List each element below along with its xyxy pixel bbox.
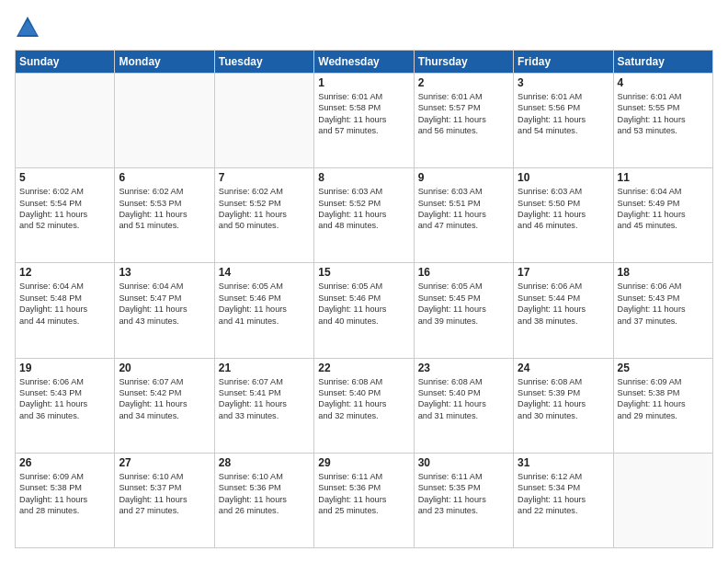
calendar-cell: 5Sunrise: 6:02 AM Sunset: 5:54 PM Daylig…: [16, 168, 115, 263]
day-info: Sunrise: 6:01 AM Sunset: 5:55 PM Dayligh…: [618, 91, 709, 137]
weekday-header: Friday: [514, 51, 613, 74]
calendar-cell: 18Sunrise: 6:06 AM Sunset: 5:43 PM Dayli…: [613, 263, 712, 358]
calendar-cell: 19Sunrise: 6:06 AM Sunset: 5:43 PM Dayli…: [16, 358, 115, 453]
day-info: Sunrise: 6:06 AM Sunset: 5:44 PM Dayligh…: [518, 281, 609, 327]
calendar-cell: [16, 74, 115, 168]
calendar-week-row: 12Sunrise: 6:04 AM Sunset: 5:48 PM Dayli…: [16, 263, 713, 358]
calendar-cell: 28Sunrise: 6:10 AM Sunset: 5:36 PM Dayli…: [214, 453, 313, 547]
weekday-header: Wednesday: [314, 51, 414, 74]
day-number: 26: [19, 456, 110, 469]
day-number: 12: [19, 266, 110, 279]
weekday-header: Monday: [115, 51, 214, 74]
day-info: Sunrise: 6:02 AM Sunset: 5:52 PM Dayligh…: [219, 186, 310, 232]
day-number: 8: [318, 171, 409, 184]
calendar-cell: 15Sunrise: 6:05 AM Sunset: 5:46 PM Dayli…: [314, 263, 414, 358]
calendar-cell: 8Sunrise: 6:03 AM Sunset: 5:52 PM Daylig…: [314, 168, 414, 263]
day-info: Sunrise: 6:04 AM Sunset: 5:48 PM Dayligh…: [19, 281, 110, 327]
day-number: 6: [119, 171, 210, 184]
calendar-cell: 29Sunrise: 6:11 AM Sunset: 5:36 PM Dayli…: [314, 453, 414, 547]
calendar-cell: 4Sunrise: 6:01 AM Sunset: 5:55 PM Daylig…: [613, 74, 712, 168]
weekday-header: Sunday: [16, 51, 115, 74]
calendar-week-row: 5Sunrise: 6:02 AM Sunset: 5:54 PM Daylig…: [16, 168, 713, 263]
day-number: 28: [219, 456, 310, 469]
calendar-body: 1Sunrise: 6:01 AM Sunset: 5:58 PM Daylig…: [16, 74, 713, 548]
day-info: Sunrise: 6:07 AM Sunset: 5:41 PM Dayligh…: [219, 376, 310, 422]
day-info: Sunrise: 6:05 AM Sunset: 5:46 PM Dayligh…: [219, 281, 310, 327]
day-info: Sunrise: 6:10 AM Sunset: 5:37 PM Dayligh…: [119, 471, 210, 517]
day-number: 9: [418, 171, 509, 184]
day-number: 14: [219, 266, 310, 279]
day-number: 23: [418, 362, 509, 374]
calendar-cell: [115, 74, 214, 168]
day-info: Sunrise: 6:12 AM Sunset: 5:34 PM Dayligh…: [518, 471, 609, 517]
day-number: 2: [418, 76, 509, 89]
calendar-cell: 13Sunrise: 6:04 AM Sunset: 5:47 PM Dayli…: [115, 263, 214, 358]
day-number: 18: [618, 266, 709, 279]
day-number: 24: [518, 362, 609, 374]
day-number: 22: [318, 362, 409, 374]
calendar-week-row: 26Sunrise: 6:09 AM Sunset: 5:38 PM Dayli…: [16, 453, 713, 547]
day-info: Sunrise: 6:01 AM Sunset: 5:58 PM Dayligh…: [318, 91, 409, 137]
day-number: 20: [119, 362, 210, 374]
day-info: Sunrise: 6:06 AM Sunset: 5:43 PM Dayligh…: [19, 376, 110, 422]
calendar-cell: 26Sunrise: 6:09 AM Sunset: 5:38 PM Dayli…: [16, 453, 115, 547]
day-info: Sunrise: 6:08 AM Sunset: 5:39 PM Dayligh…: [518, 376, 609, 422]
day-info: Sunrise: 6:05 AM Sunset: 5:46 PM Dayligh…: [318, 281, 409, 327]
day-number: 29: [318, 456, 409, 469]
day-number: 1: [318, 76, 409, 89]
calendar-cell: 10Sunrise: 6:03 AM Sunset: 5:50 PM Dayli…: [514, 168, 613, 263]
day-info: Sunrise: 6:06 AM Sunset: 5:43 PM Dayligh…: [618, 281, 709, 327]
calendar-cell: 17Sunrise: 6:06 AM Sunset: 5:44 PM Dayli…: [514, 263, 613, 358]
day-number: 17: [518, 266, 609, 279]
day-info: Sunrise: 6:10 AM Sunset: 5:36 PM Dayligh…: [219, 471, 310, 517]
day-info: Sunrise: 6:01 AM Sunset: 5:56 PM Dayligh…: [518, 91, 609, 137]
header: [15, 15, 713, 40]
day-number: 5: [19, 171, 110, 184]
logo: [15, 15, 44, 40]
calendar-cell: 25Sunrise: 6:09 AM Sunset: 5:38 PM Dayli…: [613, 358, 712, 453]
day-info: Sunrise: 6:07 AM Sunset: 5:42 PM Dayligh…: [119, 376, 210, 422]
day-info: Sunrise: 6:11 AM Sunset: 5:35 PM Dayligh…: [418, 471, 509, 517]
calendar-cell: 7Sunrise: 6:02 AM Sunset: 5:52 PM Daylig…: [214, 168, 313, 263]
calendar-table: SundayMondayTuesdayWednesdayThursdayFrid…: [15, 50, 713, 548]
calendar-cell: 20Sunrise: 6:07 AM Sunset: 5:42 PM Dayli…: [115, 358, 214, 453]
day-number: 16: [418, 266, 509, 279]
day-info: Sunrise: 6:11 AM Sunset: 5:36 PM Dayligh…: [318, 471, 409, 517]
calendar-cell: 12Sunrise: 6:04 AM Sunset: 5:48 PM Dayli…: [16, 263, 115, 358]
day-number: 21: [219, 362, 310, 374]
calendar-cell: 14Sunrise: 6:05 AM Sunset: 5:46 PM Dayli…: [214, 263, 313, 358]
day-number: 7: [219, 171, 310, 184]
logo-icon: [15, 15, 40, 40]
calendar-cell: [613, 453, 712, 547]
calendar-cell: 30Sunrise: 6:11 AM Sunset: 5:35 PM Dayli…: [414, 453, 513, 547]
calendar-cell: 22Sunrise: 6:08 AM Sunset: 5:40 PM Dayli…: [314, 358, 414, 453]
day-info: Sunrise: 6:03 AM Sunset: 5:52 PM Dayligh…: [318, 186, 409, 232]
calendar-cell: 11Sunrise: 6:04 AM Sunset: 5:49 PM Dayli…: [613, 168, 712, 263]
day-number: 10: [518, 171, 609, 184]
day-number: 30: [418, 456, 509, 469]
weekday-header: Tuesday: [214, 51, 313, 74]
calendar-cell: [214, 74, 313, 168]
weekday-header: Saturday: [613, 51, 712, 74]
day-number: 4: [618, 76, 709, 89]
calendar-cell: 31Sunrise: 6:12 AM Sunset: 5:34 PM Dayli…: [514, 453, 613, 547]
calendar-cell: 27Sunrise: 6:10 AM Sunset: 5:37 PM Dayli…: [115, 453, 214, 547]
weekday-header: Thursday: [414, 51, 513, 74]
svg-marker-1: [18, 20, 37, 35]
calendar-cell: 21Sunrise: 6:07 AM Sunset: 5:41 PM Dayli…: [214, 358, 313, 453]
day-number: 13: [119, 266, 210, 279]
day-info: Sunrise: 6:01 AM Sunset: 5:57 PM Dayligh…: [418, 91, 509, 137]
day-number: 31: [518, 456, 609, 469]
calendar-cell: 23Sunrise: 6:08 AM Sunset: 5:40 PM Dayli…: [414, 358, 513, 453]
day-info: Sunrise: 6:04 AM Sunset: 5:47 PM Dayligh…: [119, 281, 210, 327]
day-info: Sunrise: 6:05 AM Sunset: 5:45 PM Dayligh…: [418, 281, 509, 327]
day-info: Sunrise: 6:02 AM Sunset: 5:53 PM Dayligh…: [119, 186, 210, 232]
page: SundayMondayTuesdayWednesdayThursdayFrid…: [0, 0, 728, 563]
calendar-cell: 24Sunrise: 6:08 AM Sunset: 5:39 PM Dayli…: [514, 358, 613, 453]
day-info: Sunrise: 6:02 AM Sunset: 5:54 PM Dayligh…: [19, 186, 110, 232]
calendar-cell: 2Sunrise: 6:01 AM Sunset: 5:57 PM Daylig…: [414, 74, 513, 168]
day-number: 19: [19, 362, 110, 374]
calendar-cell: 1Sunrise: 6:01 AM Sunset: 5:58 PM Daylig…: [314, 74, 414, 168]
day-number: 27: [119, 456, 210, 469]
day-info: Sunrise: 6:04 AM Sunset: 5:49 PM Dayligh…: [618, 186, 709, 232]
